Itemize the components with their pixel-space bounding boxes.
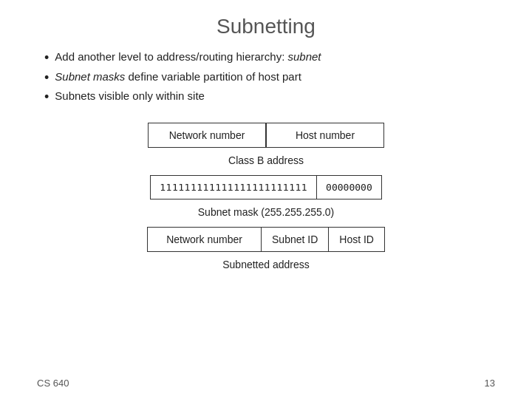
- subnet-mask-ones: 111111111111111111111111: [150, 175, 317, 200]
- class-b-label: Class B address: [228, 154, 304, 166]
- subnetted-subnet-id-box: Subnet ID: [262, 227, 329, 252]
- bullet-item-2: Subnet masks define variable partition o…: [44, 70, 321, 86]
- class-b-diagram: Network number Host number: [148, 123, 384, 148]
- subnet-mask-label: Subnet mask (255.255.255.0): [198, 206, 334, 218]
- class-b-network-box: Network number: [148, 123, 266, 148]
- bullet-item-3: Subnets visible only within site: [44, 89, 321, 106]
- footer-course: CS 640: [37, 378, 69, 389]
- diagrams-area: Network number Host number Class B addre…: [37, 123, 495, 275]
- footer-page: 13: [485, 378, 495, 389]
- slide-footer: CS 640 13: [37, 378, 495, 389]
- subnet-mask-diagram: 111111111111111111111111 00000000: [150, 175, 381, 200]
- bullet-text-2: Subnet masks define variable partition o…: [55, 70, 301, 83]
- bullet-item-1: Add another level to address/routing hie…: [44, 50, 321, 66]
- bullet-text-1: Add another level to address/routing hie…: [55, 50, 321, 63]
- slide: Subnetting Add another level to address/…: [0, 0, 532, 399]
- bullet-list: Add another level to address/routing hie…: [37, 50, 321, 109]
- subnetted-diagram: Network number Subnet ID Host ID: [147, 227, 385, 252]
- subnetted-host-id-box: Host ID: [329, 227, 385, 252]
- class-b-host-box: Host number: [266, 123, 384, 148]
- page-title: Subnetting: [37, 15, 495, 38]
- subnetted-label: Subnetted address: [222, 259, 310, 270]
- subnetted-network-box: Network number: [147, 227, 262, 252]
- bullet-text-3: Subnets visible only within site: [55, 89, 205, 102]
- subnet-mask-zeros: 00000000: [317, 175, 382, 200]
